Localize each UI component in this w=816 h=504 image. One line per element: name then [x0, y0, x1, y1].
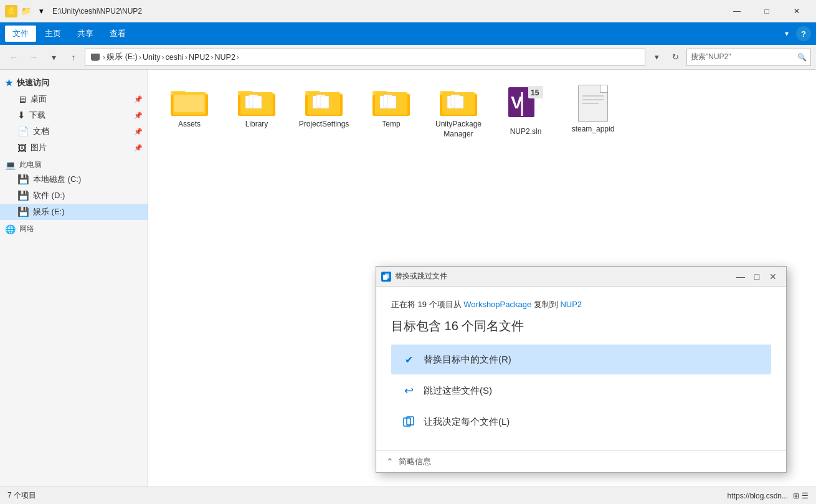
search-icon[interactable]: 🔍: [797, 53, 807, 62]
address-actions: ▾ ↻: [648, 49, 684, 66]
documents-label: 文档: [33, 126, 49, 137]
dialog-close-button[interactable]: ✕: [765, 269, 781, 285]
breadcrumb-nup2[interactable]: NUP2: [214, 53, 235, 62]
back-button[interactable]: ←: [5, 49, 22, 66]
file-projectsettings[interactable]: ProjectSettings: [293, 80, 355, 144]
view-icons[interactable]: ⊞ ☰: [793, 492, 809, 500]
breadcrumb-npu2[interactable]: NPU2: [189, 53, 209, 62]
menu-share[interactable]: 共享: [70, 26, 101, 42]
pin-icon-desktop: 📌: [134, 95, 143, 103]
minimize-button[interactable]: —: [723, 0, 751, 22]
sln-icon-container: 15 V: [506, 85, 546, 125]
menu-bar: 文件 主页 共享 查看 ▾ ?: [0, 22, 816, 45]
dialog-option-replace[interactable]: ✔ 替换目标中的文件(R): [391, 345, 771, 374]
dialog-titlebar: 替换或跳过文件 — □ ✕: [376, 267, 786, 287]
search-box[interactable]: 搜索"NUP2" 🔍: [686, 49, 811, 66]
menu-chevron-icon[interactable]: ▾: [782, 27, 791, 40]
d-drive-label: 软件 (D:): [33, 190, 65, 201]
copy-pages-icon: [402, 416, 415, 428]
downloads-label: 下载: [29, 110, 45, 121]
dropdown-arrow[interactable]: ▾: [35, 5, 47, 17]
star-icon: ★: [5, 78, 13, 88]
address-path[interactable]: › 娱乐 (E:) › Unity › ceshi › NPU2 › NUP2 …: [85, 49, 645, 66]
breadcrumb-unity[interactable]: Unity: [143, 53, 160, 62]
svg-rect-13: [253, 96, 262, 108]
decide-label: 让我决定每个文件(L): [424, 416, 510, 428]
file-label-assets: Assets: [178, 120, 201, 130]
e-drive-icon: 💾: [17, 206, 29, 217]
dialog-minimize-button[interactable]: —: [733, 269, 749, 285]
quick-access-header[interactable]: ★ 快速访问: [0, 75, 148, 91]
search-placeholder-text: 搜索"NUP2": [691, 52, 731, 62]
restore-button[interactable]: □: [752, 0, 781, 22]
file-unitypackagemanager[interactable]: UnityPackageManager: [427, 80, 490, 144]
source-link[interactable]: WorkshopPackage: [463, 300, 531, 309]
breadcrumb-ceshi[interactable]: ceshi: [166, 53, 184, 62]
file-label-temp: Temp: [382, 120, 400, 130]
pin-icon-pictures: 📌: [134, 144, 143, 152]
help-button[interactable]: ?: [796, 26, 811, 41]
sep4: ›: [185, 53, 187, 62]
file-steam[interactable]: steam_appid: [562, 80, 624, 144]
folder-svg-assets: [169, 85, 209, 117]
sidebar-item-pictures[interactable]: 🖼 图片 📌: [0, 140, 148, 156]
dialog-footer[interactable]: ⌃ 简略信息: [376, 450, 786, 472]
menu-view[interactable]: 查看: [102, 26, 133, 42]
dropdown-arrow-button[interactable]: ▾: [648, 49, 665, 66]
breadcrumb-entertainment[interactable]: 娱乐 (E:): [107, 52, 138, 62]
pin-icon-documents: 📌: [134, 128, 143, 136]
sidebar-item-documents[interactable]: 📄 文档 📌: [0, 123, 148, 140]
decide-icon: [401, 414, 416, 429]
this-pc-label: 此电脑: [19, 159, 42, 170]
file-label-steam: steam_appid: [572, 125, 615, 135]
dialog-option-skip[interactable]: ↩ 跳过这些文件(S): [391, 376, 771, 406]
folder-svg-projectsettings: [304, 85, 344, 117]
network-label: 网络: [19, 224, 34, 234]
chevron-up-icon: ⌃: [386, 457, 394, 467]
copy-icon: [382, 273, 390, 280]
file-temp[interactable]: Temp: [360, 80, 422, 144]
c-drive-icon: 💾: [17, 174, 29, 185]
folder-svg-temp: [371, 85, 411, 117]
title-bar: ⭐ 📁 ▾ E:\Unity\ceshi\NPU2\NUP2 — □ ✕: [0, 0, 816, 22]
sidebar-item-desktop[interactable]: 🖥 桌面 📌: [0, 91, 148, 107]
dialog-restore-button[interactable]: □: [749, 269, 765, 285]
forward-button[interactable]: →: [25, 49, 42, 66]
sln-svg: 15 V: [506, 85, 546, 125]
sidebar-item-d-drive[interactable]: 💾 软件 (D:): [0, 188, 148, 204]
refresh-button[interactable]: ↻: [667, 49, 684, 66]
up-button[interactable]: ↑: [65, 49, 82, 66]
network-header[interactable]: 🌐 网络: [0, 220, 148, 235]
list-view-icon[interactable]: ☰: [802, 492, 809, 500]
dest-link[interactable]: NUP2: [560, 300, 582, 309]
svg-rect-34: [455, 96, 463, 108]
pictures-label: 图片: [31, 142, 47, 153]
dropdown-nav-button[interactable]: ▾: [45, 49, 62, 66]
file-assets[interactable]: Assets: [158, 80, 221, 144]
main-layout: ★ 快速访问 🖥 桌面 📌 ⬇ 下载 📌 📄 文档 📌 🖼 图片 📌 💻 此电脑: [0, 70, 816, 487]
sidebar-item-downloads[interactable]: ⬇ 下载 📌: [0, 107, 148, 123]
menu-home[interactable]: 主页: [37, 26, 69, 42]
replace-label: 替换目标中的文件(R): [424, 354, 511, 366]
c-drive-label: 本地磁盘 (C:): [33, 174, 81, 185]
menu-bar-end: ▾ ?: [782, 26, 811, 41]
sidebar-item-c-drive[interactable]: 💾 本地磁盘 (C:): [0, 171, 148, 188]
breadcrumb-computer[interactable]: [90, 52, 102, 62]
sidebar-item-e-drive[interactable]: 💾 娱乐 (E:): [0, 204, 148, 220]
file-sln[interactable]: 15 V NUP2.sln: [495, 80, 557, 144]
window-controls: — □ ✕: [723, 0, 811, 22]
file-library[interactable]: Library: [225, 80, 288, 144]
quick-access-label: 快速访问: [17, 77, 49, 88]
grid-view-icon[interactable]: ⊞: [793, 492, 799, 500]
quick-access-icon: ⭐: [5, 5, 17, 17]
content-area: Assets Library: [148, 70, 816, 487]
status-bar: 7 个项目 https://blog.csdn... ⊞ ☰: [0, 487, 816, 504]
menu-file[interactable]: 文件: [5, 26, 36, 42]
pictures-icon: 🖼: [17, 143, 27, 153]
close-button[interactable]: ✕: [782, 0, 811, 22]
dialog-option-decide[interactable]: 让我决定每个文件(L): [391, 407, 771, 437]
this-pc-header[interactable]: 💻 此电脑: [0, 156, 148, 171]
dialog-title-text: 替换或跳过文件: [395, 271, 733, 282]
d-drive-icon: 💾: [17, 190, 29, 201]
txt-icon: [578, 85, 608, 122]
